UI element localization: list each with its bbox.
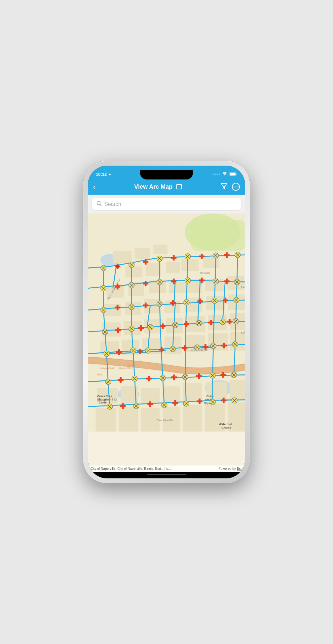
svg-rect-237 (170, 302, 176, 304)
svg-rect-231 (224, 280, 230, 282)
svg-rect-223 (115, 286, 120, 288)
esri-link[interactable]: Esri (237, 467, 242, 470)
more-options-button[interactable] (232, 183, 240, 191)
mute-button[interactable] (82, 210, 83, 222)
map-view[interactable]: Royal St George Dr Zahner Av Birkdale Be… (88, 213, 245, 472)
svg-rect-11 (153, 244, 167, 254)
svg-rect-16 (203, 257, 219, 268)
svg-text:Shopping: Shopping (97, 398, 110, 401)
svg-text:Greens: Greens (221, 426, 231, 430)
svg-rect-267 (118, 379, 124, 381)
location-arrow-icon: ► (108, 172, 112, 176)
svg-rect-279 (147, 403, 153, 405)
svg-rect-281 (172, 402, 178, 404)
svg-rect-9 (113, 251, 132, 263)
svg-rect-241 (223, 300, 228, 302)
map-attribution: City of Naperville, City of Naperville, … (88, 466, 245, 472)
svg-rect-225 (143, 283, 148, 285)
svg-rect-239 (197, 300, 203, 302)
svg-rect-285 (221, 400, 226, 402)
svg-rect-263 (203, 346, 208, 348)
svg-rect-221 (224, 254, 230, 256)
phone-frame: 10:12 ► (83, 161, 250, 483)
svg-rect-283 (197, 401, 203, 402)
svg-rect-213 (116, 265, 119, 268)
signal-dot-1 (213, 174, 214, 175)
home-indicator-area (88, 472, 245, 478)
svg-rect-13 (146, 263, 161, 276)
phone-screen: 10:12 ► (88, 166, 245, 478)
signal-dot-3 (217, 174, 218, 175)
svg-rect-243 (115, 329, 121, 331)
svg-rect-217 (171, 257, 176, 259)
nav-title-group: View Arc Map (134, 183, 182, 190)
svg-rect-245 (138, 327, 144, 329)
svg-rect-219 (199, 255, 204, 257)
svg-line-2 (100, 205, 102, 206)
svg-rect-253 (227, 321, 232, 323)
svg-rect-47 (141, 388, 160, 403)
notch (140, 170, 193, 179)
svg-rect-5 (191, 220, 245, 251)
search-icon (96, 201, 102, 207)
svg-text:Cress Cree: Cress Cree (97, 395, 112, 398)
svg-rect-255 (116, 351, 122, 353)
powered-by-text: Powered by Esri (218, 467, 242, 470)
svg-rect-48 (163, 386, 180, 403)
svg-rect-215 (143, 261, 148, 263)
signal-dot-2 (215, 174, 216, 175)
svg-rect-15 (181, 259, 199, 271)
nav-bar: ‹ View Arc Map (88, 180, 245, 195)
nav-actions (221, 183, 240, 191)
status-time: 10:12 ► (96, 172, 112, 177)
svg-rect-275 (220, 374, 226, 376)
svg-text:Birkdale: Birkdale (200, 272, 210, 275)
svg-text:Ave: Ave (97, 373, 102, 376)
volume-down-button[interactable] (82, 253, 83, 275)
svg-rect-249 (184, 323, 189, 325)
svg-rect-259 (159, 349, 164, 351)
volume-up-button[interactable] (82, 227, 83, 248)
back-button[interactable]: ‹ (93, 183, 95, 191)
svg-rect-52 (96, 408, 116, 432)
svg-marker-0 (221, 183, 227, 189)
svg-rect-247 (160, 325, 166, 327)
svg-rect-273 (196, 375, 202, 377)
search-placeholder-text: Search (104, 201, 121, 207)
power-button[interactable] (250, 230, 251, 263)
svg-rect-277 (120, 405, 126, 407)
svg-rect-53 (119, 407, 138, 432)
nav-title-text: View Arc Map (134, 183, 172, 190)
square-icon[interactable] (176, 184, 182, 189)
battery-icon (229, 173, 237, 176)
svg-rect-227 (171, 280, 176, 282)
wifi-icon (222, 172, 227, 176)
svg-rect-14 (166, 262, 180, 273)
filter-icon[interactable] (221, 183, 227, 191)
svg-rect-251 (208, 322, 214, 324)
attribution-text: City of Naperville, City of Naperville, … (91, 467, 172, 470)
svg-rect-269 (146, 378, 152, 380)
svg-rect-233 (115, 306, 120, 308)
svg-text:Zahner Av: Zahner Av (241, 286, 245, 289)
status-icons (213, 172, 237, 176)
svg-rect-56 (183, 405, 202, 432)
time-display: 10:12 (96, 172, 107, 177)
svg-text:Belaire Ct: Belaire Ct (241, 331, 245, 334)
svg-rect-261 (182, 347, 187, 349)
svg-rect-20 (169, 282, 185, 293)
svg-text:Waterford: Waterford (219, 423, 232, 426)
svg-rect-257 (137, 351, 143, 353)
home-bar[interactable] (147, 474, 186, 475)
svg-rect-271 (171, 376, 177, 378)
svg-text:Center: Center (99, 401, 108, 404)
svg-rect-51 (230, 380, 245, 400)
screen-content: 10:12 ► (88, 166, 245, 478)
svg-rect-43 (208, 334, 228, 351)
svg-rect-12 (125, 267, 142, 277)
signal-dot-4 (219, 174, 220, 175)
search-input[interactable]: Search (92, 198, 241, 210)
svg-text:Ro... St Geo...: Ro... St Geo... (157, 418, 174, 421)
svg-rect-265 (221, 345, 227, 347)
svg-rect-44 (230, 332, 245, 351)
